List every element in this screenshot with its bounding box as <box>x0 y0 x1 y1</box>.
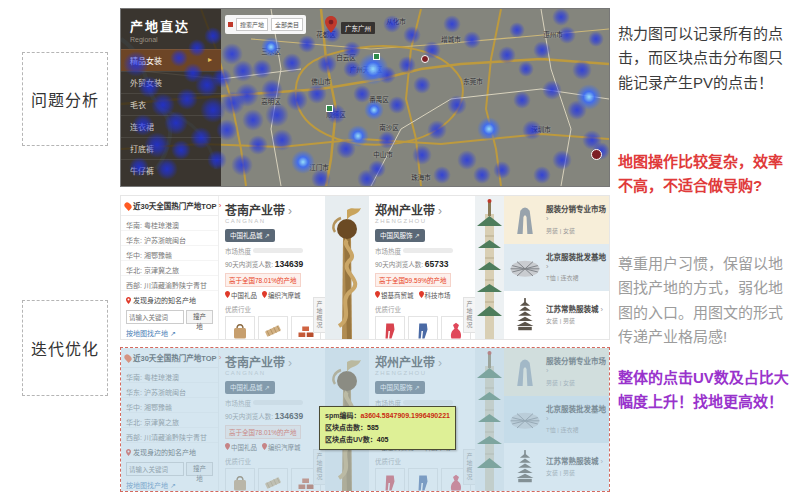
thumb-jeans[interactable] <box>408 468 438 493</box>
arch-building-icon <box>507 355 543 389</box>
market-heat-bar <box>253 248 303 253</box>
market-card[interactable]: 北京服装批发基地 › T恤 | 连衣裙 <box>504 244 609 292</box>
origin-search-input[interactable] <box>126 462 184 476</box>
find-origin-by-map-link[interactable]: 按地图找产地 ↗ <box>121 327 218 339</box>
top-region-item[interactable]: 西部: 川滇藏渝黔陕宁青甘 <box>121 428 218 443</box>
birds-nest-icon <box>507 409 543 431</box>
cangnan-belt-card: 苍南产业带› CANGNAN 中国礼品城 ↗ 市场热度 90天内浏览人数: 13… <box>219 348 325 491</box>
industries-label: 优质行业 <box>225 456 319 466</box>
zhengzhou-title[interactable]: 郑州产业带› <box>375 353 469 370</box>
belt-sidebar-title: 近30天全国热门产地TOP <box>133 200 217 211</box>
map-pin[interactable] <box>325 16 337 37</box>
poi-tag[interactable]: 中国礼品 <box>225 442 257 452</box>
spm-stats-tooltip: spm编码：a3604.5847909.1996490221 区块点击数：585… <box>319 406 456 450</box>
top-region-item[interactable]: 华东: 沪苏浙皖闽台 <box>121 231 218 246</box>
map-marker[interactable] <box>591 149 602 160</box>
block-clicks-value: 585 <box>367 424 379 431</box>
annotation-map-complex: 地图操作比较复杂，效率不高，不适合做导购? <box>618 150 796 199</box>
cangnan-title[interactable]: 苍南产业带› <box>225 201 319 218</box>
other-markets-list: 服装分销专业市场 › 男装 | 女装 北京服装批发基地 › T恤 | 连衣裙 <box>504 196 609 339</box>
thumb-bag[interactable] <box>225 468 255 493</box>
find-origin-by-map-link[interactable]: 按地图找产地 ↗ <box>121 479 218 491</box>
chevron-right-icon: ▸ <box>208 55 212 66</box>
top-region-item[interactable]: 华北: 京津冀之旅 <box>121 413 218 428</box>
spm-code-value: a3604.5847909.1996490221 <box>360 412 450 419</box>
heat-point <box>170 49 188 67</box>
heat-point <box>207 150 227 170</box>
heat-point <box>413 76 431 94</box>
map-category-dropdown[interactable]: 全部类目 <box>271 18 303 31</box>
top-region-item[interactable]: 华东: 沪苏浙皖闽台 <box>121 383 218 398</box>
belt-ui-screenshot-measured: spm编码：a3604.5847909.1996490221 区块点击数：585… <box>120 347 610 492</box>
top-region-item[interactable]: 西部: 川滇藏渝黔陕宁青甘 <box>121 276 218 291</box>
top-region-item[interactable]: 华中: 湘鄂豫赣 <box>121 398 218 413</box>
thumb-red-pants[interactable] <box>375 468 405 493</box>
chevron-right-icon: › <box>438 204 442 218</box>
cangnan-title[interactable]: 苍南产业带› <box>225 353 319 370</box>
zhengzhou-belt-card: 郑州产业带› ZHENGZHOU 中国风服饰 ↗ 市场热度 90天内浏览人数: … <box>369 196 475 339</box>
heat-point <box>188 39 206 57</box>
heat-point <box>433 166 451 184</box>
poi-tag[interactable]: 银基商贸城 <box>375 290 414 300</box>
zhengzhou-feature-tag[interactable]: 中国风服饰 ↗ <box>375 229 425 242</box>
heat-point <box>286 89 308 111</box>
top-region-item[interactable]: 华中: 湘鄂豫赣 <box>121 246 218 261</box>
city-label: 珠海市 <box>411 172 431 182</box>
section-label-iteration: 迭代优化 <box>22 300 108 396</box>
poi-tag[interactable]: 编织汽摩城 <box>262 290 301 300</box>
thumb-bag[interactable] <box>225 316 255 341</box>
chevron-right-icon: › <box>438 356 442 370</box>
chevron-right-icon: › <box>288 204 292 218</box>
market-card[interactable]: 服装分销专业市场 › 男装 | 女装 <box>504 196 609 244</box>
belt-sidebar-header: 近30天全国热门产地TOP › <box>121 196 218 216</box>
top-region-item[interactable]: 华南: 粤桂琼港澳 <box>121 216 218 231</box>
industry-thumbs <box>375 468 469 493</box>
map-marker[interactable] <box>421 55 429 63</box>
heat-point <box>307 84 327 104</box>
nearby-origin-row[interactable]: 发现身边的知名产地 <box>121 291 218 307</box>
annotation-respect-habit: 尊重用户习惯，保留以地图找产地的方式，弱化地图的入口。用图文的形式传递产业格局感… <box>618 252 796 349</box>
cangnan-feature-tag[interactable]: 中国礼品城 ↗ <box>225 381 275 394</box>
belt-sidebar: 近30天全国热门产地TOP › 华南: 粤桂琼港澳 华东: 沪苏浙皖闽台 华中:… <box>121 348 219 491</box>
map-marker-green[interactable] <box>326 105 333 112</box>
market-heat-bar <box>403 400 453 405</box>
heat-point <box>383 15 401 33</box>
zhengzhou-title[interactable]: 郑州产业带› <box>375 201 469 218</box>
annotation-heatmap: 热力图可以记录所有的点击，而区块点击分布图只能记录产生PV的点击！ <box>618 22 796 95</box>
top-region-item[interactable]: 华南: 粤桂琼港澳 <box>121 368 218 383</box>
market-card[interactable]: 服装分销专业市场 › 男装 | 女装 <box>504 348 609 396</box>
origin-search-button[interactable]: 搜产地 <box>186 310 213 324</box>
zhengzhou-landmark-image <box>475 348 504 491</box>
origin-search-input[interactable] <box>126 310 184 324</box>
design-review-slide: 问题分析 迭代优化 热力图可以记录所有的点击，而区块点击分布图只能记录产生PV的… <box>0 0 800 500</box>
marker-legend-icon <box>228 22 233 27</box>
thumb-jeans[interactable] <box>408 316 438 341</box>
thumb-weave[interactable] <box>258 468 288 493</box>
origin-search-button[interactable]: 搜产地 <box>186 462 213 476</box>
nearby-origin-row[interactable]: 发现身边的知名产地 <box>121 443 218 459</box>
heat-point <box>513 91 531 109</box>
map-marker-green[interactable] <box>373 53 380 60</box>
origin-map-heatmap-screenshot: 三水区花都区从化市增城市惠州市白云区广州天河区佛山市高明区顺德区番禺区南沙区东莞… <box>120 8 610 187</box>
poi-tag[interactable]: 科技市场 <box>419 290 451 300</box>
market-heat-row: 市场热度 <box>225 246 319 256</box>
thumb-weave[interactable] <box>258 316 288 341</box>
pin-icon <box>225 443 230 450</box>
heat-point <box>261 79 283 101</box>
belt-ui-screenshot-original: 近30天全国热门产地TOP › 华南: 粤桂琼港澳 华东: 沪苏浙皖闽台 华中:… <box>120 195 610 340</box>
cangnan-feature-tag[interactable]: 中国礼品城 ↗ <box>225 229 275 242</box>
map-search-field[interactable]: 搜索产地 <box>236 18 268 31</box>
views-row: 90天内浏览人数: 65733 <box>375 259 469 269</box>
flame-icon <box>123 353 133 363</box>
poi-tag[interactable]: 中国礼品 <box>225 290 257 300</box>
zhengzhou-feature-tag[interactable]: 中国风服饰 ↗ <box>375 381 425 394</box>
top-region-item[interactable]: 华北: 京津冀之旅 <box>121 261 218 276</box>
views-count: 134639 <box>275 259 303 269</box>
heat-point <box>403 26 421 44</box>
thumb-red-pants[interactable] <box>375 316 405 341</box>
poi-tag[interactable]: 编织汽摩城 <box>262 442 301 452</box>
market-card[interactable]: 江苏常熟服装城 › 女装 | 男装 <box>504 443 609 491</box>
market-card[interactable]: 北京服装批发基地 › T恤 | 连衣裙 <box>504 396 609 444</box>
market-card[interactable]: 江苏常熟服装城 › 女装 | 男装 <box>504 291 609 339</box>
rank-badge: 高于全国59.59%的产地 <box>375 273 451 287</box>
